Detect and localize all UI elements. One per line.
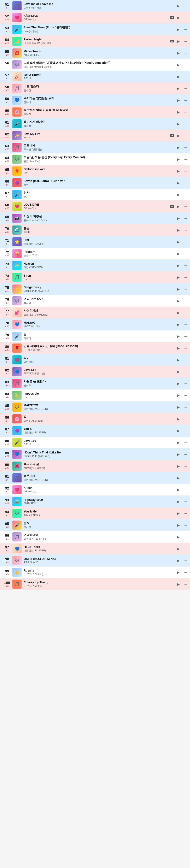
album-art[interactable]: 💜: [12, 178, 22, 187]
album-art[interactable]: 🎈: [12, 166, 22, 176]
more-button[interactable]: ⋯: [183, 38, 188, 44]
more-button[interactable]: ⋯: [183, 274, 188, 280]
play-button[interactable]: ▶: [176, 286, 181, 292]
album-art[interactable]: 🎸: [12, 72, 22, 81]
more-button[interactable]: ⋯: [183, 380, 188, 386]
play-button[interactable]: ▶: [176, 392, 181, 398]
album-art[interactable]: 🍿: [12, 249, 22, 258]
album-art[interactable]: 💙: [12, 320, 22, 329]
album-art[interactable]: 🎵: [12, 379, 22, 388]
play-button[interactable]: ▶: [176, 204, 181, 209]
album-art[interactable]: 🎤: [12, 438, 22, 447]
album-art[interactable]: 🎶: [12, 403, 22, 412]
play-button[interactable]: ▶: [176, 86, 181, 91]
more-button[interactable]: ⋯: [183, 581, 188, 587]
play-button[interactable]: ▶: [176, 15, 181, 21]
album-art[interactable]: 🎤: [12, 25, 22, 34]
play-button[interactable]: ▶: [176, 180, 181, 186]
more-button[interactable]: ⋯: [183, 558, 188, 563]
play-button[interactable]: ▶: [176, 192, 181, 197]
more-button[interactable]: ⋯: [183, 310, 188, 316]
album-art[interactable]: 🎤: [12, 119, 22, 128]
more-button[interactable]: ⋯: [183, 569, 188, 575]
more-button[interactable]: ⋯: [183, 440, 188, 445]
play-button[interactable]: ▶: [176, 145, 181, 150]
play-button[interactable]: ▶: [176, 333, 181, 339]
play-button[interactable]: ▶: [176, 133, 181, 138]
more-button[interactable]: ⋯: [183, 369, 188, 375]
play-button[interactable]: ▶: [176, 321, 181, 328]
more-button[interactable]: ⋯: [183, 298, 188, 304]
play-button[interactable]: ▶: [176, 215, 181, 221]
play-button[interactable]: ▶: [176, 522, 181, 528]
more-button[interactable]: ⋯: [183, 86, 188, 91]
more-button[interactable]: ⋯: [183, 192, 188, 197]
album-art[interactable]: 💋: [12, 49, 22, 58]
album-art[interactable]: 🎵: [12, 273, 22, 282]
play-button[interactable]: ▶: [176, 62, 181, 68]
album-art[interactable]: 🎵: [12, 532, 22, 541]
play-button[interactable]: ▶: [176, 298, 181, 304]
play-button[interactable]: ▶: [176, 109, 181, 115]
album-art[interactable]: 🌺: [12, 462, 22, 471]
album-art[interactable]: 📷: [12, 214, 22, 223]
album-art[interactable]: 💗: [12, 485, 22, 494]
play-button[interactable]: ▶: [176, 428, 181, 434]
album-art[interactable]: 🎶: [12, 556, 22, 565]
play-button[interactable]: ▶: [176, 569, 181, 575]
album-art[interactable]: 🛣️: [12, 497, 22, 506]
more-button[interactable]: ⋯: [183, 168, 188, 174]
more-button[interactable]: ⋯: [183, 145, 188, 150]
album-art[interactable]: ✨: [12, 261, 22, 270]
more-button[interactable]: ⋯: [183, 546, 188, 552]
more-button[interactable]: ⋯: [183, 499, 188, 504]
album-art[interactable]: 💕: [12, 308, 22, 317]
play-button[interactable]: ▶: [176, 27, 181, 32]
more-button[interactable]: ⋯: [183, 510, 188, 516]
more-button[interactable]: ⋯: [183, 321, 188, 328]
play-button[interactable]: ▶: [176, 168, 181, 174]
play-button[interactable]: ▶: [176, 440, 181, 445]
play-button[interactable]: ▶: [176, 3, 181, 9]
album-art[interactable]: 🌙: [12, 37, 22, 46]
more-button[interactable]: ⋯: [183, 156, 188, 162]
album-art[interactable]: 👑: [12, 568, 22, 577]
more-button[interactable]: ⋯: [183, 27, 188, 32]
album-art[interactable]: 🎶: [12, 60, 22, 69]
play-button[interactable]: ▶: [176, 262, 181, 268]
album-art[interactable]: 💙: [12, 367, 22, 376]
more-button[interactable]: ⋯: [183, 262, 188, 268]
more-button[interactable]: ⋯: [183, 463, 188, 469]
album-art[interactable]: 💗: [12, 202, 22, 211]
more-button[interactable]: ⋯: [183, 227, 188, 233]
play-button[interactable]: ▶: [176, 274, 181, 280]
album-art[interactable]: 🎤: [12, 332, 22, 341]
play-button[interactable]: ▶: [176, 463, 181, 469]
album-art[interactable]: 🎤: [12, 190, 22, 199]
play-button[interactable]: ▶: [176, 345, 181, 351]
play-button[interactable]: ▶: [176, 156, 181, 162]
more-button[interactable]: ⋯: [183, 133, 188, 138]
play-button[interactable]: ▶: [176, 475, 181, 481]
play-button[interactable]: ▶: [176, 121, 181, 127]
more-button[interactable]: ⋯: [183, 97, 188, 103]
more-button[interactable]: ⋯: [183, 286, 188, 292]
more-button[interactable]: ⋯: [183, 121, 188, 127]
play-button[interactable]: ▶: [176, 499, 181, 504]
album-art[interactable]: 🎶: [12, 509, 22, 518]
play-button[interactable]: ▶: [176, 97, 181, 103]
more-button[interactable]: ⋯: [183, 251, 188, 256]
play-button[interactable]: ▶: [176, 357, 181, 363]
album-art[interactable]: 🎤: [12, 521, 22, 530]
album-art[interactable]: 💗: [12, 13, 22, 22]
more-button[interactable]: ⋯: [183, 428, 188, 434]
play-button[interactable]: ▶: [176, 581, 181, 587]
more-button[interactable]: ⋯: [183, 333, 188, 339]
more-button[interactable]: ⋯: [183, 109, 188, 115]
album-art[interactable]: 🌸: [12, 107, 22, 117]
more-button[interactable]: ⋯: [183, 15, 188, 21]
album-art[interactable]: ⭐: [12, 237, 22, 246]
more-button[interactable]: ⋯: [183, 522, 188, 528]
album-art[interactable]: 💙: [12, 96, 22, 105]
play-button[interactable]: ▶: [176, 310, 181, 316]
